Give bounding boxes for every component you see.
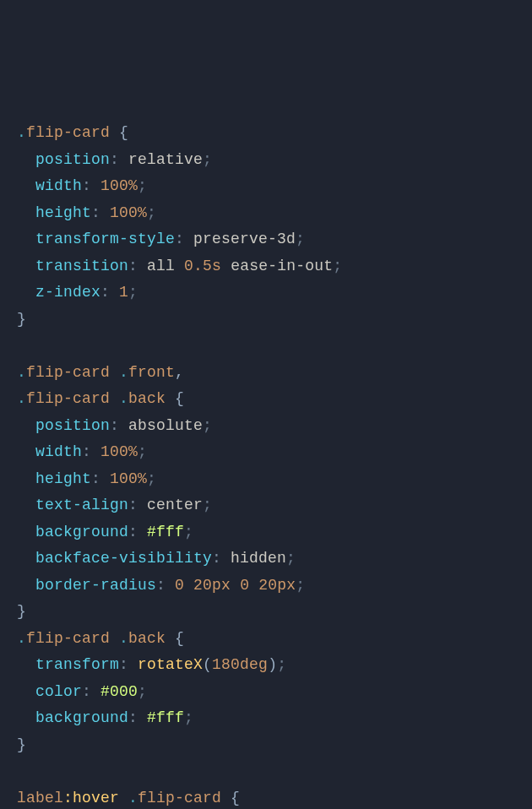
- css-property: border-radius: [35, 577, 156, 594]
- css-property: width: [35, 443, 82, 460]
- css-value: rotateX(180deg): [138, 656, 277, 673]
- css-selector: .flip-card .back: [17, 630, 166, 647]
- css-property: width: [35, 177, 82, 194]
- css-value: preserve-3d: [193, 231, 296, 247]
- css-property: color: [35, 683, 82, 700]
- css-selector: .flip-card: [17, 124, 110, 141]
- css-property: transform-style: [35, 231, 175, 247]
- css-value: absolute: [128, 417, 203, 434]
- css-value: 100%: [100, 177, 138, 194]
- code-block: .flip-card { position: relative; width: …: [17, 120, 515, 809]
- css-value: 1: [119, 284, 128, 301]
- css-property: position: [35, 151, 110, 168]
- css-value: #fff: [147, 709, 184, 726]
- css-value: relative: [128, 151, 203, 168]
- css-value: 100%: [110, 470, 147, 487]
- css-selector: .flip-card .front, .flip-card .back: [17, 364, 184, 408]
- css-value: #000: [100, 683, 138, 700]
- css-property: backface-visibility: [35, 550, 212, 567]
- css-property: height: [35, 204, 91, 221]
- css-property: text-align: [35, 497, 128, 513]
- css-property: position: [35, 417, 110, 434]
- css-value: 0 20px 0 20px: [175, 577, 296, 594]
- css-value: hidden: [231, 550, 286, 567]
- css-value: #fff: [147, 524, 184, 540]
- css-value: all 0.5s ease-in-out: [147, 258, 333, 274]
- css-property: background: [35, 709, 128, 726]
- css-property: transform: [35, 656, 119, 673]
- css-value: center: [147, 497, 203, 513]
- css-property: transition: [35, 258, 128, 274]
- css-value: 100%: [100, 443, 138, 460]
- css-property: background: [35, 524, 128, 540]
- css-value: 100%: [110, 204, 147, 221]
- css-property: height: [35, 470, 91, 487]
- css-property: z-index: [35, 284, 100, 301]
- css-selector: label:hover .flip-card: [17, 790, 221, 806]
